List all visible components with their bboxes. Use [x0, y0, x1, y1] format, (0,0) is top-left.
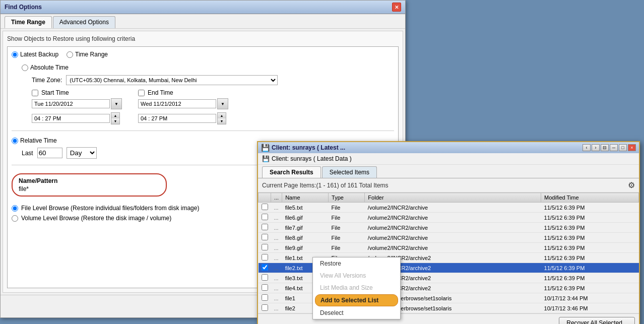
row-dots: ... — [271, 303, 282, 313]
tab-time-range[interactable]: Time Range — [5, 16, 52, 28]
backup-options-group: Latest Backup Time Range — [12, 51, 394, 58]
client-window-buttons: ‹ › ⊟ ─ □ × — [583, 144, 636, 151]
row-modified: 10/17/12 3:46 PM — [541, 303, 639, 313]
context-restore[interactable]: Restore — [313, 257, 400, 270]
client-close-button[interactable]: × — [628, 144, 636, 151]
subtitle-icon: 💾 — [262, 155, 270, 162]
col-type[interactable]: Type — [329, 193, 365, 203]
col-name[interactable]: Name — [282, 193, 329, 203]
row-checkbox[interactable] — [262, 284, 268, 291]
tab-search-results[interactable]: Search Results — [262, 166, 321, 178]
row-checkbox[interactable] — [262, 274, 268, 281]
row-dots: ... — [271, 243, 282, 253]
find-options-close-button[interactable]: ✕ — [392, 3, 401, 12]
row-dots: ... — [271, 203, 282, 213]
row-checkbox[interactable] — [262, 204, 268, 210]
row-dots: ... — [271, 213, 282, 223]
client-minimize-button[interactable]: ─ — [610, 144, 618, 151]
row-checkbox[interactable] — [262, 254, 268, 261]
row-checkbox[interactable] — [262, 214, 268, 220]
tab-selected-items[interactable]: Selected Items — [322, 166, 377, 178]
time-range-option[interactable]: Time Range — [67, 51, 108, 58]
name-pattern-box: Name/Pattern — [12, 173, 167, 197]
end-time-label: End Time — [148, 89, 173, 96]
end-time-spin-down[interactable]: ▼ — [218, 118, 226, 124]
table-row[interactable]: ... file5.txt File /volume2/INCR2/archiv… — [259, 203, 639, 213]
client-restore-button[interactable]: ⊟ — [601, 144, 609, 151]
row-checkbox[interactable] — [262, 304, 268, 311]
row-checkbox-cell — [259, 283, 271, 293]
client-icon: 💾 — [261, 144, 270, 152]
end-time-checkbox[interactable] — [138, 90, 145, 96]
row-modified: 11/5/12 6:39 PM — [541, 273, 639, 283]
client-nav-next[interactable]: › — [592, 144, 600, 151]
volume-level-browse-radio[interactable] — [12, 215, 18, 222]
row-modified: 11/5/12 6:39 PM — [541, 283, 639, 293]
end-time-spin-up[interactable]: ▲ — [218, 113, 226, 118]
absolute-time-option[interactable]: Absolute Time — [22, 64, 394, 71]
divider-1 — [12, 131, 394, 131]
row-modified: 11/5/12 6:39 PM — [541, 213, 639, 223]
row-type: File — [329, 213, 365, 223]
latest-backup-radio[interactable] — [12, 51, 18, 58]
end-time-col: End Time ▼ ▲ ▼ — [138, 89, 228, 124]
client-maximize-button[interactable]: □ — [619, 144, 627, 151]
timezone-select[interactable]: (UTC+05:30) Chennai, Kolkata, Mumbai, Ne… — [66, 75, 278, 85]
context-deselect[interactable]: Deselect — [313, 307, 400, 319]
name-pattern-input[interactable] — [19, 185, 160, 192]
end-date-input[interactable] — [138, 99, 216, 108]
time-range-radio[interactable] — [67, 51, 73, 58]
row-checkbox-cell — [259, 273, 271, 283]
absolute-time-radio[interactable] — [22, 64, 28, 71]
start-time-spin-down[interactable]: ▼ — [111, 118, 119, 124]
row-checkbox[interactable] — [262, 264, 268, 271]
table-row[interactable]: ... file7.gif File /volume2/INCR2/archiv… — [259, 223, 639, 233]
start-time-checkbox[interactable] — [32, 90, 38, 96]
row-checkbox-cell — [259, 293, 271, 303]
row-type: File — [329, 223, 365, 233]
relative-time-radio[interactable] — [12, 138, 18, 144]
row-dots: ... — [271, 283, 282, 293]
row-folder: /volume2/INCR2/archive — [365, 233, 541, 243]
start-time-input[interactable] — [32, 114, 110, 123]
start-date-row: ▼ — [32, 98, 122, 109]
col-folder[interactable]: Folder — [365, 193, 541, 203]
row-dots: ... — [271, 293, 282, 303]
row-modified: 11/5/12 6:39 PM — [541, 263, 639, 273]
unit-select[interactable]: Day — [67, 147, 97, 159]
client-subtitle: 💾 Client: sunrays ( Latest Data ) — [258, 153, 639, 165]
col-modified[interactable]: Modified Time — [541, 193, 639, 203]
start-date-dropdown[interactable]: ▼ — [111, 98, 122, 109]
row-type: File — [329, 203, 365, 213]
row-checkbox-cell — [259, 253, 271, 263]
row-checkbox[interactable] — [262, 224, 268, 230]
client-nav-prev[interactable]: ‹ — [583, 144, 591, 151]
end-date-dropdown[interactable]: ▼ — [217, 98, 228, 109]
table-row[interactable]: ... file6.gif File /volume2/INCR2/archiv… — [259, 213, 639, 223]
start-date-input[interactable] — [32, 99, 110, 108]
items-count-label: Current Page Items:(1 - 161) of 161 Tota… — [262, 182, 389, 189]
last-label: Last — [22, 150, 33, 157]
latest-backup-option[interactable]: Latest Backup — [12, 51, 58, 58]
row-name: file7.gif — [282, 223, 329, 233]
end-time-row: ▲ ▼ — [138, 112, 228, 124]
row-checkbox[interactable] — [262, 244, 268, 250]
start-time-spin-up[interactable]: ▲ — [111, 113, 119, 118]
client-title-text: Client: sunrays ( Latest ... — [272, 144, 345, 151]
row-folder: /volume2/INCR2/archive — [365, 213, 541, 223]
row-modified: 11/5/12 6:39 PM — [541, 233, 639, 243]
tab-advanced-options[interactable]: Advanced Options — [53, 16, 115, 28]
row-checkbox[interactable] — [262, 234, 268, 240]
table-row[interactable]: ... file9.gif File /volume2/INCR2/archiv… — [259, 243, 639, 253]
file-level-browse-radio[interactable] — [12, 205, 18, 212]
row-dots: ... — [271, 273, 282, 283]
row-name: file5.txt — [282, 203, 329, 213]
context-menu: Restore View All Versions List Media and… — [312, 257, 401, 319]
row-checkbox[interactable] — [262, 294, 268, 301]
context-add-to-selected[interactable]: Add to Selected List — [315, 294, 398, 306]
end-time-input[interactable] — [138, 114, 216, 123]
recover-all-selected-button[interactable]: Recover All Selected... — [559, 317, 635, 324]
table-row[interactable]: ... file8.gif File /volume2/INCR2/archiv… — [259, 233, 639, 243]
row-dots: ... — [271, 233, 282, 243]
last-value-input[interactable] — [37, 148, 62, 158]
